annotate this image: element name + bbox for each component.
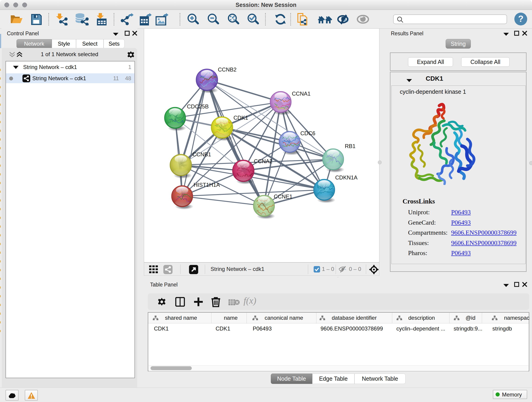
- svg-text:CDC6: CDC6: [300, 130, 315, 136]
- svg-text:CDKN1A: CDKN1A: [335, 174, 357, 181]
- svg-text:CCNB2: CCNB2: [218, 66, 236, 73]
- svg-text:RB1: RB1: [345, 143, 355, 149]
- svg-text:CCNA2: CCNA2: [254, 158, 272, 164]
- svg-text:CCNE1: CCNE1: [274, 193, 292, 200]
- svg-text:?: ?: [518, 14, 523, 24]
- svg-text:CCNB1: CCNB1: [192, 151, 211, 157]
- svg-text:CCNA1: CCNA1: [292, 90, 310, 97]
- svg-text:HIST1H1A: HIST1H1A: [194, 182, 220, 188]
- svg-text:CDK1: CDK1: [234, 115, 248, 121]
- svg-text:CDC25B: CDC25B: [187, 103, 209, 109]
